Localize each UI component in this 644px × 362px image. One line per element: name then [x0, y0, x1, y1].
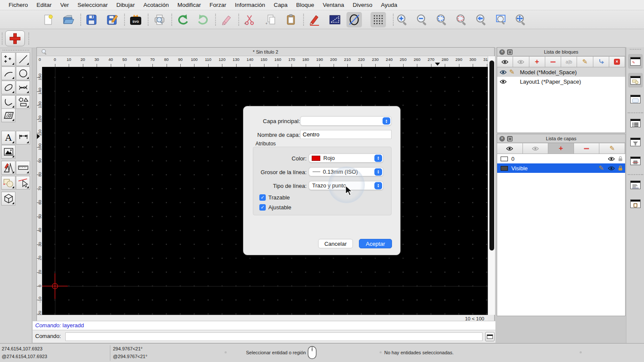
copy-button[interactable]: + — [263, 12, 278, 27]
tool-ellipse[interactable] — [1, 81, 15, 94]
menu-item[interactable]: Ventana — [319, 0, 349, 10]
hide-all-blocks-button[interactable] — [513, 56, 529, 67]
layer-row-visible[interactable]: Visible ✎ — [497, 163, 625, 173]
detach-icon[interactable] — [507, 49, 513, 55]
insert-block-button[interactable] — [593, 56, 609, 67]
dock-pen-palette-button[interactable] — [628, 154, 643, 168]
command-dock-toggle-button[interactable] — [485, 332, 495, 341]
vertical-scrollbar[interactable] — [488, 56, 495, 315]
snappable-checkbox[interactable]: ✓ — [259, 204, 266, 211]
window-menu-icon[interactable] — [41, 49, 47, 57]
color-dropdown[interactable]: Rojo ▲▼ — [309, 154, 383, 163]
menu-item[interactable]: Diverso — [348, 0, 377, 10]
add-block-button[interactable]: + — [529, 56, 545, 67]
tool-dimension[interactable] — [16, 131, 30, 145]
dock-clipboard-button[interactable] — [628, 196, 643, 211]
menu-item[interactable]: Editar — [32, 0, 56, 10]
add-layer-action-button[interactable] — [5, 30, 25, 46]
tool-arc[interactable] — [1, 66, 15, 80]
menu-item[interactable]: Fichero — [4, 0, 32, 10]
tool-points[interactable] — [1, 52, 15, 66]
menu-item[interactable]: Capa — [270, 0, 292, 10]
new-document-button[interactable] — [40, 12, 56, 27]
zoom-back-button[interactable] — [474, 12, 489, 27]
tool-solid-3d[interactable] — [1, 192, 15, 205]
save-button[interactable] — [84, 12, 99, 27]
zoom-previous-view-button[interactable] — [454, 12, 469, 27]
grid-snap-toggle[interactable] — [371, 12, 386, 27]
dock-entity-list-button[interactable] — [628, 116, 643, 130]
menu-item[interactable]: Acotación — [139, 0, 173, 10]
menu-item[interactable]: Ayuda — [377, 0, 401, 10]
menu-item[interactable]: Seleccionar — [73, 0, 112, 10]
construction-lines-toggle[interactable] — [346, 12, 362, 27]
undo-button[interactable] — [175, 12, 191, 27]
command-input[interactable] — [65, 332, 483, 341]
add-layer-button[interactable]: + — [548, 143, 574, 154]
layer-row-0[interactable]: 0 — [497, 154, 625, 163]
attributes-pencil-button[interactable] — [307, 12, 322, 27]
dock-command-history-button[interactable] — [628, 178, 643, 192]
save-as-button[interactable] — [104, 12, 120, 27]
cut-button[interactable]: + — [242, 12, 257, 27]
zoom-pan-button[interactable] — [513, 12, 529, 27]
tool-modify-shapes[interactable] — [1, 176, 15, 190]
menu-item[interactable]: Información — [231, 0, 270, 10]
tool-polyline[interactable] — [1, 95, 15, 109]
hide-all-layers-button[interactable] — [522, 143, 549, 154]
remove-block-button[interactable] — [545, 56, 561, 67]
tool-select[interactable] — [16, 176, 30, 190]
paste-button[interactable] — [283, 12, 298, 27]
visibility-eye-icon[interactable] — [500, 70, 507, 75]
show-all-layers-button[interactable] — [497, 143, 523, 154]
redo-button[interactable] — [195, 12, 211, 27]
lock-icon[interactable] — [618, 156, 623, 162]
zoom-in-button[interactable] — [395, 12, 410, 27]
layer-name-input[interactable] — [300, 130, 392, 139]
visibility-eye-icon[interactable] — [608, 157, 615, 161]
tool-image[interactable] — [1, 145, 15, 159]
edit-block-button[interactable]: ✎ — [577, 56, 593, 67]
distance-measure-button[interactable] — [327, 12, 343, 27]
menu-item[interactable]: Modificar — [173, 0, 205, 10]
show-all-blocks-button[interactable] — [497, 56, 513, 67]
cancel-button[interactable]: Cancelar — [318, 239, 353, 248]
tool-polygon[interactable] — [16, 95, 30, 109]
revert-action-button[interactable] — [219, 12, 234, 27]
tool-spline[interactable] — [16, 81, 30, 94]
tool-circle[interactable] — [16, 66, 30, 80]
detach-icon[interactable] — [507, 136, 513, 142]
dock-library-browser-button[interactable] — [628, 92, 643, 106]
dock-filter-button[interactable] — [628, 135, 643, 149]
zoom-auto-button[interactable] — [434, 12, 450, 27]
remove-layer-button[interactable] — [574, 143, 600, 154]
menu-item[interactable]: Ver — [56, 0, 73, 10]
scrollbar-thumb[interactable] — [489, 60, 494, 250]
visibility-eye-icon[interactable] — [500, 79, 507, 84]
zoom-window-button[interactable] — [493, 12, 509, 27]
dock-block-list-button[interactable]: ✎ — [628, 54, 643, 69]
menu-item[interactable]: Dibujar — [112, 0, 139, 10]
dock-layer-list-button[interactable] — [628, 73, 643, 87]
parent-layer-dropdown[interactable]: ▲▼ — [300, 116, 392, 126]
print-preview-button[interactable] — [152, 12, 167, 27]
tool-draw-edit[interactable] — [1, 161, 15, 175]
tool-text[interactable]: A — [1, 131, 15, 145]
close-icon[interactable]: × — [499, 136, 505, 142]
menu-item[interactable]: Bloque — [292, 0, 319, 10]
edit-layer-button[interactable]: ✎ — [599, 143, 625, 154]
close-icon[interactable]: × — [499, 49, 505, 55]
block-row-layout1[interactable]: Layout1 (*Paper_Space) — [497, 77, 625, 86]
visibility-eye-icon[interactable] — [608, 166, 615, 171]
plottable-checkbox[interactable]: ✓ — [259, 194, 266, 201]
drawing-window-titlebar[interactable]: * Sin título 2 — [37, 48, 494, 56]
tool-line[interactable] — [16, 52, 30, 66]
accept-button[interactable]: Aceptar — [359, 239, 392, 248]
block-row-model[interactable]: ✎ Model (*Model_Space) — [497, 67, 625, 77]
delete-block-button[interactable]: × — [609, 56, 625, 67]
export-svg-button[interactable]: SVG — [128, 12, 143, 27]
tool-measure[interactable] — [16, 161, 30, 175]
menu-item[interactable]: Forzar — [205, 0, 231, 10]
zoom-out-button[interactable] — [414, 12, 430, 27]
open-file-button[interactable] — [61, 12, 76, 27]
